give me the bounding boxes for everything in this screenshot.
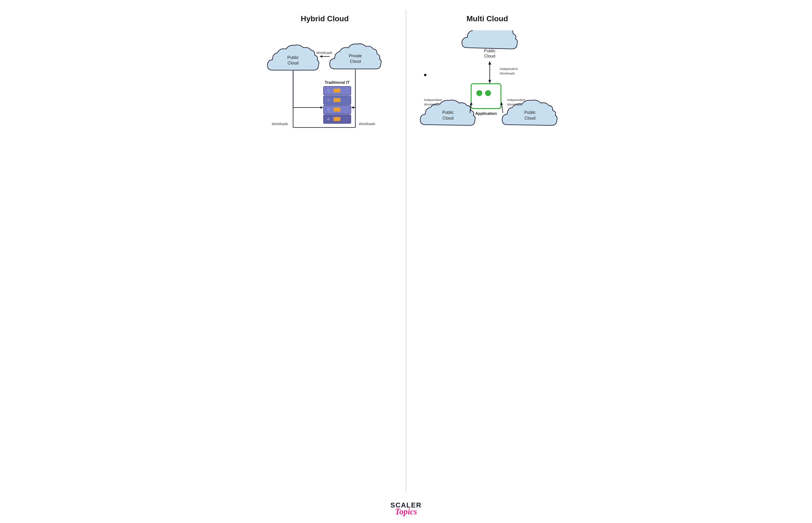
svg-rect-10 — [333, 89, 340, 93]
svg-text:Workloads: Workloads — [500, 72, 515, 75]
svg-marker-24 — [321, 106, 323, 109]
svg-rect-16 — [333, 107, 340, 111]
svg-text:Workloads: Workloads — [316, 51, 332, 55]
private-cloud-hybrid: Private Cloud — [330, 44, 381, 69]
svg-point-35 — [476, 90, 482, 96]
server-stack: Traditional IT — [323, 80, 351, 123]
hybrid-diagram: Public Cloud Private Cloud Workloads — [253, 30, 396, 145]
svg-text:Cloud: Cloud — [288, 61, 299, 66]
svg-marker-5 — [320, 55, 322, 57]
svg-marker-28 — [351, 106, 354, 109]
scaler-brand: SCALER Topics — [391, 502, 421, 516]
main-container: Hybrid Cloud Public Cloud Private Cloud — [239, 0, 573, 492]
svg-text:Traditional IT: Traditional IT — [325, 80, 350, 85]
svg-text:Public: Public — [442, 110, 454, 115]
svg-text:Public: Public — [287, 55, 299, 60]
svg-text:Cloud: Cloud — [524, 116, 535, 121]
application-box: Application — [471, 84, 501, 116]
svg-text:Cloud: Cloud — [350, 59, 361, 64]
svg-marker-44 — [488, 61, 491, 65]
svg-text:Workloads: Workloads — [424, 103, 439, 106]
svg-marker-43 — [488, 80, 491, 83]
svg-rect-34 — [471, 84, 501, 109]
svg-text:Independent: Independent — [500, 67, 518, 71]
svg-text:Workloads: Workloads — [359, 122, 375, 126]
svg-text:Cloud: Cloud — [484, 54, 495, 58]
multi-cloud-panel: Multi Cloud Public Cloud Application — [406, 10, 568, 492]
svg-point-9 — [327, 89, 330, 92]
svg-point-15 — [327, 108, 330, 111]
svg-point-18 — [327, 118, 330, 120]
public-cloud-hybrid: Public Cloud — [268, 45, 319, 70]
svg-text:Public: Public — [484, 49, 495, 53]
svg-text:Cloud: Cloud — [443, 116, 453, 121]
svg-text:Independent: Independent — [424, 98, 442, 102]
svg-text:Independent: Independent — [507, 98, 525, 102]
svg-text:Public: Public — [524, 110, 536, 115]
footer: SCALER Topics — [391, 492, 421, 523]
svg-point-55 — [424, 74, 426, 76]
multi-title: Multi Cloud — [466, 14, 508, 23]
svg-text:Workloads: Workloads — [272, 122, 288, 126]
svg-text:Private: Private — [349, 53, 362, 58]
topics-text: Topics — [395, 507, 417, 516]
svg-point-36 — [485, 90, 491, 96]
svg-point-12 — [327, 99, 330, 101]
svg-text:Application: Application — [475, 111, 497, 116]
hybrid-title: Hybrid Cloud — [301, 14, 349, 23]
svg-rect-13 — [333, 98, 340, 102]
svg-text:Workloads: Workloads — [507, 103, 522, 106]
multi-diagram: Public Cloud Application Public Cloud — [416, 30, 559, 155]
public-cloud-top: Public Cloud — [462, 30, 518, 58]
svg-rect-19 — [333, 117, 340, 121]
hybrid-cloud-panel: Hybrid Cloud Public Cloud Private Cloud — [244, 10, 406, 492]
